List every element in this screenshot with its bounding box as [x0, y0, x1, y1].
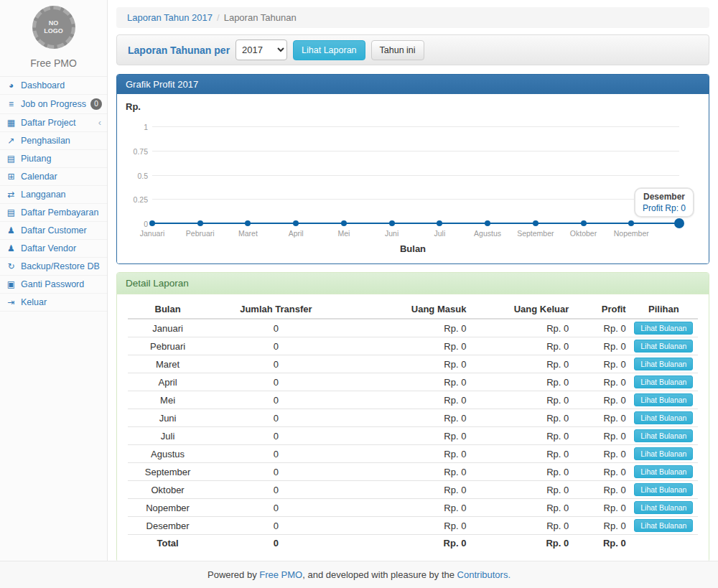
sidebar-item-ganti-password[interactable]: ▣Ganti Password: [0, 276, 107, 294]
view-monthly-button[interactable]: Lihat Bulanan: [634, 375, 693, 388]
chart-point-desember[interactable]: [674, 218, 684, 228]
sidebar-item-label: Keluar: [21, 297, 47, 307]
view-monthly-button[interactable]: Lihat Bulanan: [634, 519, 693, 532]
sidebar-menu: ◕Dashboard≡Job on Progress0▦Daftar Proje…: [0, 76, 107, 312]
refresh-icon: ↻: [6, 261, 17, 271]
sidebar-item-calendar[interactable]: ⊞Calendar: [0, 168, 107, 186]
tooltip-month: Desember: [643, 192, 686, 202]
y-tick-label: 0.5: [121, 172, 148, 180]
line-chart-icon: ↗: [6, 136, 17, 146]
view-monthly-button[interactable]: Lihat Bulanan: [634, 483, 693, 496]
view-monthly-button[interactable]: Lihat Bulanan: [634, 411, 693, 424]
contributors-link[interactable]: Contributors.: [457, 569, 510, 580]
calendar-icon: ⊞: [6, 172, 17, 182]
cell-keluar: Rp. 0: [470, 427, 572, 445]
sidebar-item-label: Ganti Password: [21, 279, 84, 289]
view-monthly-button[interactable]: Lihat Bulanan: [634, 322, 693, 335]
total-pilihan: [630, 535, 698, 552]
cell-keluar: Rp. 0: [470, 409, 572, 427]
cell-jumlah: 0: [208, 355, 345, 373]
cell-keluar: Rp. 0: [470, 445, 572, 463]
chart-point-juli[interactable]: [437, 220, 442, 226]
x-tick-label: Oktober: [570, 229, 597, 238]
profit-chart: Rp. 10.750.50.250JanuariPebruariMaretApr…: [117, 94, 709, 263]
free-pmo-link[interactable]: Free PMO: [259, 569, 302, 580]
sidebar-item-langganan[interactable]: ⇄Langganan: [0, 186, 107, 204]
sidebar-item-keluar[interactable]: ⇥Keluar: [0, 294, 107, 312]
chart-point-september[interactable]: [533, 220, 538, 226]
cell-masuk: Rp. 0: [345, 427, 470, 445]
cell-pilihan: Lihat Bulanan: [630, 499, 698, 517]
sidebar-item-backup-restore-db[interactable]: ↻Backup/Restore DB: [0, 258, 107, 276]
table-row-oktober: Oktober0Rp. 0Rp. 0Rp. 0Lihat Bulanan: [128, 481, 698, 499]
chart-point-agustus[interactable]: [485, 220, 490, 226]
breadcrumb-link[interactable]: Laporan Tahun 2017: [127, 12, 213, 23]
retweet-icon: ⇄: [6, 190, 17, 200]
cell-keluar: Rp. 0: [470, 337, 572, 355]
table-row-nopember: Nopember0Rp. 0Rp. 0Rp. 0Lihat Bulanan: [128, 499, 698, 517]
no-logo-badge: NO LOGO: [32, 6, 75, 49]
sidebar-item-dashboard[interactable]: ◕Dashboard: [0, 77, 107, 95]
logo-line1: NO: [44, 19, 63, 27]
view-monthly-button[interactable]: Lihat Bulanan: [634, 501, 693, 514]
users-icon: ♟: [6, 243, 17, 253]
view-monthly-button[interactable]: Lihat Bulanan: [634, 465, 693, 478]
cell-pilihan: Lihat Bulanan: [630, 517, 698, 535]
cell-jumlah: 0: [208, 481, 345, 499]
breadcrumb-current: Laporan Tahunan: [224, 12, 297, 23]
view-monthly-button[interactable]: Lihat Bulanan: [634, 447, 693, 460]
view-monthly-button[interactable]: Lihat Bulanan: [634, 393, 693, 406]
cell-bulan: Maret: [128, 355, 208, 373]
x-tick-label: Maret: [238, 229, 258, 238]
sidebar-item-daftar-vendor[interactable]: ♟Daftar Vendor: [0, 240, 107, 258]
cell-keluar: Rp. 0: [470, 355, 572, 373]
sidebar-item-label: Daftar Vendor: [21, 243, 76, 253]
chart-tooltip: Desember Profit Rp: 0: [634, 187, 694, 218]
lock-icon: ▣: [6, 279, 17, 289]
sidebar-item-daftar-customer[interactable]: ♟Daftar Customer: [0, 222, 107, 240]
sidebar-item-penghasilan[interactable]: ↗Penghasilan: [0, 132, 107, 150]
cell-jumlah: 0: [208, 319, 345, 337]
table-row-juli: Juli0Rp. 0Rp. 0Rp. 0Lihat Bulanan: [128, 427, 698, 445]
current-year-button[interactable]: Tahun ini: [371, 40, 424, 60]
sidebar-item-daftar-project[interactable]: ▦Daftar Project‹: [0, 114, 107, 132]
chart-point-januari[interactable]: [149, 220, 155, 226]
chart-point-oktober[interactable]: [581, 220, 587, 226]
chart-point-pebruari[interactable]: [197, 220, 203, 226]
sidebar-item-daftar-pembayaran[interactable]: ▤Daftar Pembayaran: [0, 204, 107, 222]
cell-pilihan: Lihat Bulanan: [630, 391, 698, 409]
y-tick-label: 0.75: [121, 147, 148, 156]
detail-report-panel: Detail Laporan BulanJumlah TransferUang …: [116, 272, 709, 561]
cell-pilihan: Lihat Bulanan: [630, 463, 698, 481]
cell-jumlah: 0: [208, 409, 345, 427]
chart-point-nopember[interactable]: [628, 220, 634, 226]
view-monthly-button[interactable]: Lihat Bulanan: [634, 358, 693, 370]
cell-bulan: Agustus: [128, 445, 208, 463]
view-monthly-button[interactable]: Lihat Bulanan: [634, 429, 693, 442]
y-tick-label: 0.25: [121, 195, 148, 204]
column-header-profit: Profit: [572, 300, 629, 319]
chart-y-axis-label: Rp.: [126, 101, 141, 112]
chart-point-mei[interactable]: [341, 220, 347, 226]
chart-point-maret[interactable]: [245, 220, 251, 226]
chart-point-april[interactable]: [293, 220, 299, 226]
cell-bulan: Januari: [128, 319, 208, 337]
cell-masuk: Rp. 0: [345, 481, 470, 499]
year-select[interactable]: 2017: [236, 39, 287, 60]
cell-keluar: Rp. 0: [470, 481, 572, 499]
gridline: 0.25: [152, 199, 679, 200]
view-monthly-button[interactable]: Lihat Bulanan: [634, 340, 693, 353]
x-tick-label: Agustus: [474, 229, 501, 238]
chevron-left-icon: ‹: [98, 119, 101, 126]
sidebar-item-piutang[interactable]: ▤Piutang: [0, 150, 107, 168]
cell-profit: Rp. 0: [572, 481, 629, 499]
breadcrumb: Laporan Tahun 2017/Laporan Tahunan: [116, 7, 709, 28]
x-tick-label: Nopember: [614, 229, 649, 238]
chart-x-axis-label: Bulan: [400, 243, 426, 254]
sidebar-item-job-on-progress[interactable]: ≡Job on Progress0: [0, 95, 107, 114]
total-profit: Rp. 0: [572, 535, 629, 552]
gridline: 1: [152, 126, 679, 127]
view-report-button[interactable]: Lihat Laporan: [293, 40, 365, 60]
cell-pilihan: Lihat Bulanan: [630, 337, 698, 355]
chart-point-juni[interactable]: [389, 220, 395, 226]
